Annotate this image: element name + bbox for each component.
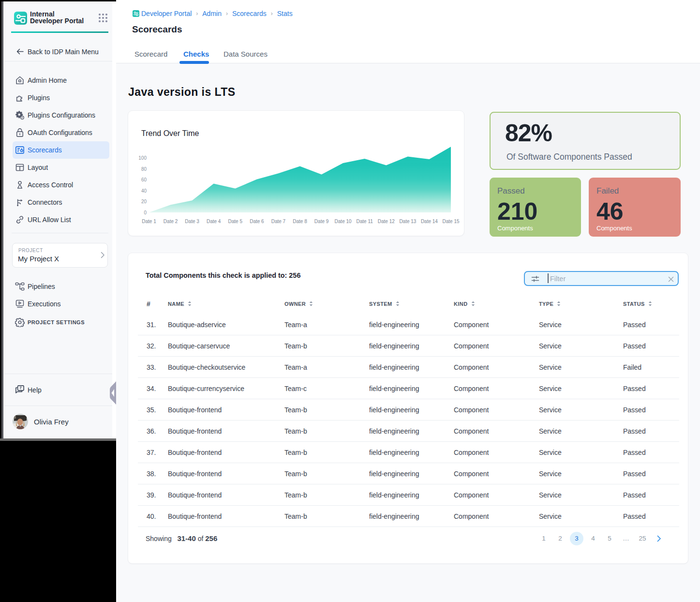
- svg-text:20: 20: [141, 199, 147, 204]
- svg-text:100: 100: [138, 155, 147, 161]
- svg-text:Date 11: Date 11: [357, 219, 373, 224]
- svg-text:Date 4: Date 4: [207, 219, 221, 224]
- svg-text:0: 0: [144, 210, 147, 215]
- svg-text:40: 40: [141, 188, 147, 194]
- svg-text:60: 60: [141, 177, 147, 182]
- svg-text:Date 2: Date 2: [164, 219, 178, 224]
- svg-text:Date 6: Date 6: [250, 219, 264, 224]
- svg-text:Date 1: Date 1: [142, 219, 156, 224]
- svg-text:Date 13: Date 13: [399, 219, 416, 224]
- svg-text:Date 8: Date 8: [293, 219, 307, 224]
- svg-text:80: 80: [141, 166, 147, 172]
- svg-text:Date 12: Date 12: [378, 219, 395, 224]
- svg-text:Date 3: Date 3: [185, 219, 199, 224]
- svg-text:Date 9: Date 9: [314, 219, 329, 224]
- svg-text:Date 5: Date 5: [228, 219, 243, 224]
- svg-text:Date 7: Date 7: [271, 219, 286, 224]
- svg-text:Date 14: Date 14: [421, 219, 438, 224]
- svg-text:Date 15: Date 15: [442, 219, 459, 224]
- svg-text:Date 10: Date 10: [335, 219, 352, 224]
